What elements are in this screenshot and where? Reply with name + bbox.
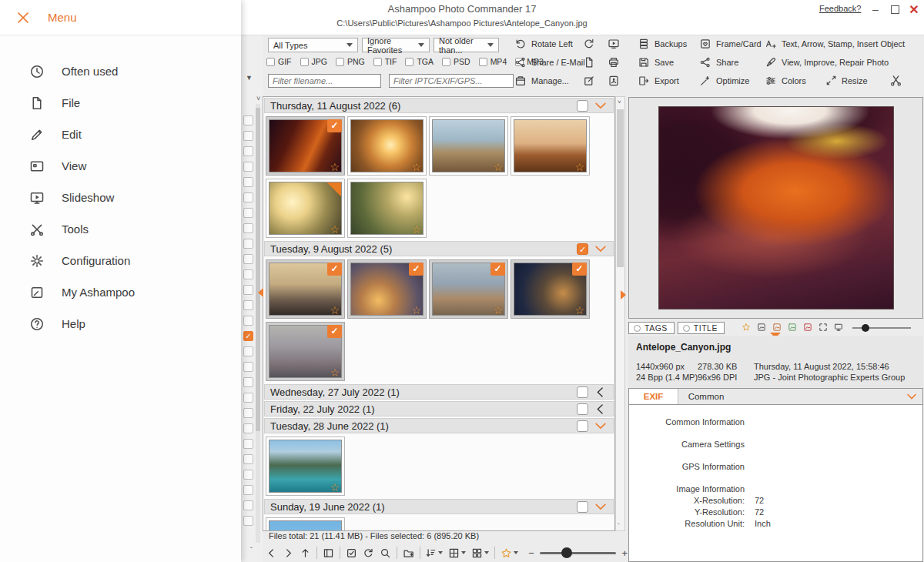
- strip-checkbox[interactable]: [243, 208, 253, 218]
- zoom-in-button[interactable]: +: [621, 547, 628, 559]
- format-checkbox-tga[interactable]: TGA: [405, 57, 434, 66]
- strip-checkbox[interactable]: [243, 377, 253, 387]
- manage-button[interactable]: Manage...: [514, 75, 569, 87]
- filter-filename-input[interactable]: [268, 74, 381, 88]
- expand-button[interactable]: [819, 321, 828, 335]
- format-checkbox-gif[interactable]: GIF: [266, 57, 292, 66]
- colors-button[interactable]: Colors: [765, 75, 806, 87]
- splitter-collapse-right-arrow[interactable]: [621, 290, 626, 299]
- scroll-down-icon[interactable]: ˇ: [250, 546, 253, 554]
- group-select-checkbox[interactable]: [577, 420, 588, 432]
- sidebar-item-edit[interactable]: Edit: [0, 119, 241, 150]
- tab-exif[interactable]: EXIF: [629, 389, 678, 404]
- selected-check-icon[interactable]: ✓: [327, 119, 342, 132]
- selected-check-icon[interactable]: ✓: [409, 263, 424, 276]
- img-swap-button[interactable]: [757, 321, 766, 335]
- favorite-star-icon[interactable]: ☆: [330, 224, 340, 235]
- strip-checkbox[interactable]: [243, 115, 253, 125]
- favorite-star-icon[interactable]: ☆: [574, 162, 584, 172]
- group-select-checkbox[interactable]: [577, 403, 588, 415]
- resize-button[interactable]: Resize: [825, 75, 868, 86]
- chevron-down-icon[interactable]: [593, 420, 608, 433]
- preview-zoom-slider[interactable]: [852, 327, 911, 329]
- scroll-up-icon[interactable]: ˅: [256, 95, 260, 102]
- format-checkbox-jpg[interactable]: JPG: [300, 57, 327, 66]
- strip-checkbox[interactable]: [243, 177, 253, 187]
- thumbnail-tent-sunrise[interactable]: ☆: [266, 179, 345, 238]
- star-button[interactable]: [500, 547, 518, 559]
- strip-checkbox[interactable]: [243, 239, 253, 249]
- group-header[interactable]: Sunday, 19 June 2022 (1): [264, 499, 614, 514]
- folder-plus-button[interactable]: [403, 547, 414, 559]
- preview-zoom-knob[interactable]: [862, 324, 869, 332]
- format-checkbox-mp4[interactable]: MP4: [479, 57, 507, 66]
- chev-left-button[interactable]: [266, 547, 277, 559]
- age-filter-select[interactable]: Not older than...: [434, 38, 499, 52]
- favorite-star-icon[interactable]: ☆: [330, 305, 340, 316]
- thumbnail-manarola-night[interactable]: ✓☆: [511, 259, 590, 319]
- favorite-star-icon[interactable]: ☆: [330, 162, 340, 172]
- share-e-mail-button[interactable]: Share / E-Mail: [514, 56, 585, 69]
- strip-checkbox[interactable]: [243, 146, 253, 156]
- favorite-star-icon[interactable]: ☆: [411, 162, 421, 172]
- browser-scrollbar-thumb[interactable]: [617, 109, 624, 267]
- strip-checkbox[interactable]: [243, 254, 253, 264]
- sidebar-item-help[interactable]: Help: [0, 308, 241, 340]
- favorite-star-icon[interactable]: ☆: [574, 305, 584, 316]
- thumbs-button[interactable]: [471, 547, 489, 559]
- strip-checkbox[interactable]: [243, 485, 253, 495]
- close-button[interactable]: ✕: [907, 2, 921, 16]
- thumbnail-milan-cathedral[interactable]: ✓☆: [347, 259, 427, 319]
- maximize-button[interactable]: [888, 2, 902, 16]
- feedback-link[interactable]: Feedback?: [819, 4, 861, 13]
- refresh-button[interactable]: [363, 547, 374, 559]
- grid-button[interactable]: [448, 547, 466, 559]
- strip-checkbox[interactable]: [243, 439, 253, 449]
- strip-checkbox[interactable]: [243, 316, 253, 326]
- group-header[interactable]: Tuesday, 28 June 2022 (1): [264, 418, 614, 433]
- zoom-slider-track[interactable]: [540, 552, 617, 554]
- minimize-button[interactable]: –: [869, 2, 882, 16]
- chevron-left-icon[interactable]: [593, 403, 608, 416]
- file-type-select[interactable]: All Types: [268, 38, 358, 52]
- group-header[interactable]: Thursday, 11 August 2022 (6): [264, 98, 614, 113]
- page-button[interactable]: [583, 56, 596, 69]
- close-menu-icon[interactable]: [15, 10, 31, 25]
- favorite-star-icon[interactable]: ☆: [411, 224, 421, 235]
- thumbnail-venice-gondolas[interactable]: ✓☆: [266, 259, 345, 319]
- optimize-button[interactable]: Optimize: [699, 75, 749, 87]
- strip-checkbox[interactable]: [243, 423, 253, 433]
- selected-check-icon[interactable]: ✓: [572, 263, 587, 276]
- favorite-star-icon[interactable]: ☆: [493, 162, 503, 172]
- sidebar-item-configuration[interactable]: Configuration: [0, 245, 241, 276]
- backups-button[interactable]: Backups: [638, 38, 687, 50]
- strip-scrollbar-thumb[interactable]: [256, 108, 260, 431]
- crop-button[interactable]: [889, 74, 902, 87]
- chevron-down-icon[interactable]: ▼: [246, 74, 253, 82]
- scroll-down-icon[interactable]: ˇ: [618, 522, 620, 529]
- strip-checkbox[interactable]: [243, 393, 253, 403]
- strip-checkbox[interactable]: [243, 470, 253, 480]
- rotate-left-button[interactable]: Rotate Left: [514, 38, 573, 50]
- pdf-button[interactable]: [608, 75, 621, 88]
- strip-checkbox[interactable]: [243, 408, 253, 418]
- tags-toggle-button[interactable]: TAGS: [628, 322, 675, 334]
- monitor-button[interactable]: [834, 321, 843, 335]
- thumbnail-venice-canal[interactable]: ✓☆: [266, 322, 345, 381]
- format-checkbox-tif[interactable]: TIF: [373, 57, 397, 66]
- thumbnail-antelope-canyon[interactable]: ✓☆: [266, 116, 345, 176]
- slideshow-mini-button[interactable]: [608, 38, 621, 51]
- thumbnail-forest-campsite[interactable]: ☆: [347, 179, 427, 238]
- title-toggle-button[interactable]: TITLE: [678, 322, 725, 334]
- group-header[interactable]: Tuesday, 9 August 2022 (5)✓: [264, 241, 614, 256]
- strip-checkbox[interactable]: [243, 223, 253, 233]
- chevron-down-icon[interactable]: [593, 243, 608, 256]
- favorite-star-icon[interactable]: ☆: [330, 482, 340, 493]
- export-button[interactable]: Export: [638, 75, 679, 87]
- group-select-checkbox[interactable]: [577, 386, 588, 398]
- panel-button[interactable]: [323, 547, 334, 559]
- strip-checkbox[interactable]: [243, 192, 253, 202]
- strip-checkbox[interactable]: [243, 162, 253, 172]
- sidebar-item-file[interactable]: File: [0, 87, 241, 119]
- strip-checkbox[interactable]: [243, 269, 253, 279]
